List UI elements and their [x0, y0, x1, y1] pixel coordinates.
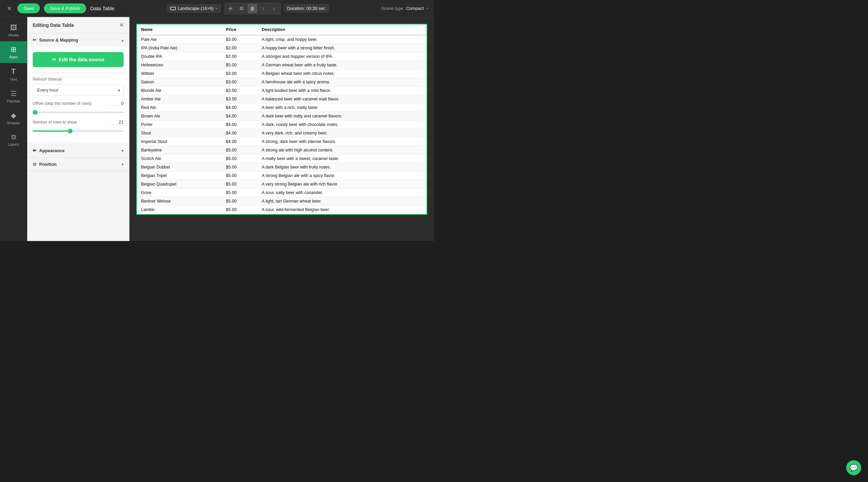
table-cell: $5.00 [222, 180, 258, 189]
rows-slider[interactable] [33, 130, 124, 132]
sidebar-item-shapes[interactable]: ◆ Shapes [0, 107, 27, 129]
table-cell: Blonde Ale [137, 86, 222, 95]
sidebar-label-shapes: Shapes [7, 121, 20, 125]
appearance-header[interactable]: ✏ Appearance ▾ [27, 144, 129, 157]
table-cell: A German wheat beer with a fruity taste. [258, 61, 427, 69]
table-cell: IPA (India Pale Ale) [137, 44, 222, 52]
move-up-icon[interactable]: ↑ [259, 4, 268, 13]
refresh-select[interactable]: Every minute Every 5 minutes Every 15 mi… [33, 84, 124, 96]
table-cell: A stronger and hoppier version of IPA. [258, 52, 427, 61]
table-row: Saison$3.00A farmhouse ale with a spicy … [137, 78, 427, 86]
table-cell: $5.00 [222, 146, 258, 155]
edit-source-button[interactable]: ✂ Edit the data source [33, 52, 124, 67]
data-table-container: Name Price Description Pale Ale$3.00A li… [136, 24, 427, 215]
sidebar-label-playlists: Playlists [6, 99, 20, 103]
table-cell: $5.00 [222, 61, 258, 69]
table-cell: A very strong Belgian ale with rich flav… [258, 180, 427, 189]
toolbar-icons: ✛ ⧉ 🗑 ↑ ↓ [224, 2, 281, 15]
col-price: Price [222, 25, 258, 35]
copy-icon[interactable]: ⧉ [237, 4, 246, 13]
table-cell: A strong ale with high alcohol content. [258, 146, 427, 155]
position-icon: ⊙ [33, 162, 36, 167]
sidebar-item-playlists[interactable]: ☰ Playlists [0, 85, 27, 107]
sidebar-label-layers: Layers [8, 142, 19, 146]
table-row: Gose$5.00A sour, salty beer with coriand… [137, 189, 427, 197]
appearance-chevron: ▾ [122, 148, 124, 153]
appearance-icon: ✏ [33, 148, 36, 153]
offset-slider[interactable] [33, 112, 124, 113]
sidebar-item-apps[interactable]: ⊞ Apps [0, 41, 27, 63]
scene-type-chevron[interactable]: ▾ [427, 6, 429, 11]
table-cell: Porter [137, 120, 222, 129]
sidebar-item-media[interactable]: 🖼 Media [0, 20, 27, 41]
table-cell: $5.00 [222, 189, 258, 197]
appearance-label: Appearance [39, 148, 64, 153]
table-row: Belgian Quadrupel$5.00A very strong Belg… [137, 180, 427, 189]
rows-value-input[interactable] [110, 119, 124, 125]
edit-panel: Editing Data Table ✕ ✂ Source & Mapping … [27, 17, 129, 241]
save-button[interactable]: Save [17, 3, 40, 13]
table-cell: $4.00 [222, 138, 258, 146]
shapes-icon: ◆ [11, 111, 16, 119]
topbar-center: Landscape (16×9) ▾ ✛ ⧉ 🗑 ↑ ↓ Duration: 0… [119, 2, 377, 15]
table-row: Lambic$5.00A sour, wild-fermented Belgia… [137, 206, 427, 214]
position-chevron: ▾ [122, 162, 124, 167]
table-cell: A sour, salty beer with coriander. [258, 189, 427, 197]
col-name: Name [137, 25, 222, 35]
close-button[interactable]: ✕ [5, 3, 13, 14]
source-mapping-header-left: ✂ Source & Mapping [33, 37, 78, 43]
table-cell: A light, crisp, and hoppy beer. [258, 35, 427, 44]
table-row: IPA (India Pale Ale)$2.00A hoppy beer wi… [137, 44, 427, 52]
move-icon[interactable]: ✛ [226, 4, 235, 13]
landscape-icon [170, 6, 176, 11]
table-cell: A farmhouse ale with a spicy aroma. [258, 78, 427, 86]
table-cell: A malty beer with a sweet, caramel taste… [258, 155, 427, 163]
sidebar-label-text: Text [10, 77, 17, 81]
table-row: Red Ale$4.00A beer with a rich, malty ta… [137, 103, 427, 112]
move-down-icon[interactable]: ↓ [269, 4, 279, 13]
table-cell: $4.00 [222, 112, 258, 120]
table-row: Porter$4.00A dark, roasty beer with choc… [137, 120, 427, 129]
offset-label: Offset (skip this number of rows) [33, 101, 92, 106]
table-header-row: Name Price Description [137, 25, 427, 35]
source-mapping-header[interactable]: ✂ Source & Mapping ▴ [27, 33, 129, 47]
landscape-label: Landscape (16×9) [178, 6, 214, 11]
table-cell: Witbier [137, 69, 222, 78]
offset-value-input[interactable] [110, 101, 124, 106]
table-cell: $3.50 [222, 86, 258, 95]
source-mapping-section: ✂ Source & Mapping ▴ ✂ Edit the data sou… [27, 33, 129, 144]
table-row: Scotch Ale$5.00A malty beer with a sweet… [137, 155, 427, 163]
table-cell: Saison [137, 78, 222, 86]
panel-title: Editing Data Table [33, 22, 74, 28]
table-cell: A hoppy beer with a strong bitter finish… [258, 44, 427, 52]
position-section: ⊙ Position ▾ [27, 158, 129, 171]
table-row: Blonde Ale$3.50A light-bodied beer with … [137, 86, 427, 95]
table-cell: A light-bodied beer with a mild flavor. [258, 86, 427, 95]
table-cell: Berliner Weisse [137, 197, 222, 206]
sidebar-item-text[interactable]: T Text [0, 63, 27, 85]
page-title: Data Table [90, 5, 114, 11]
save-publish-button[interactable]: Save & Publish [44, 3, 86, 13]
table-cell: A dark, roasty beer with chocolate notes… [258, 120, 427, 129]
table-row: Hefeweizen$5.00A German wheat beer with … [137, 61, 427, 69]
table-row: Stout$4.00A very dark, rich, and creamy … [137, 129, 427, 138]
table-cell: A dark Belgian beer with fruity notes. [258, 163, 427, 172]
panel-close-button[interactable]: ✕ [119, 22, 124, 28]
table-cell: Double IPA [137, 52, 222, 61]
table-cell: A strong, dark beer with intense flavors… [258, 138, 427, 146]
source-mapping-chevron: ▴ [122, 38, 124, 43]
sidebar-item-layers[interactable]: ⧉ Layers [0, 129, 27, 150]
position-header[interactable]: ⊙ Position ▾ [27, 158, 129, 171]
table-row: Belgian Tripel$5.00A strong Belgian ale … [137, 172, 427, 180]
table-cell: Pale Ale [137, 35, 222, 44]
table-cell: A Belgian wheat beer with citrus notes. [258, 69, 427, 78]
rows-slider-header: Number of rows to show [33, 119, 124, 125]
landscape-badge[interactable]: Landscape (16×9) ▾ [167, 4, 221, 13]
table-cell: Barleywine [137, 146, 222, 155]
delete-icon[interactable]: 🗑 [248, 4, 257, 13]
table-cell: A balanced beer with caramel malt flavor… [258, 95, 427, 103]
scene-type-value: Compact [406, 6, 424, 11]
table-body: Pale Ale$3.00A light, crisp, and hoppy b… [137, 35, 427, 214]
source-mapping-content: ✂ Edit the data source Refresh Interval … [27, 47, 129, 144]
col-description: Description [258, 25, 427, 35]
